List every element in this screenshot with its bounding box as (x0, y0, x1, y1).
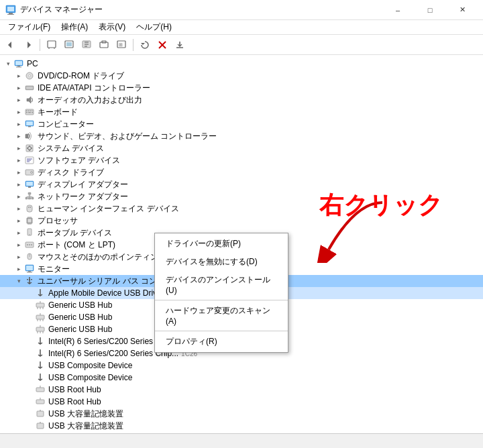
tree-item-usb-root-2-label: USB Root Hub (48, 397, 101, 406)
toolbar-btn-5[interactable] (78, 37, 95, 53)
svg-rect-28 (16, 67, 21, 68)
display-icon (24, 179, 35, 190)
tree-item-usb-storage-1-label: USB 大容量記憶装置 (48, 408, 123, 420)
svg-point-80 (29, 234, 30, 235)
tree-item-ide[interactable]: ▸ IDE ATA/ATAPI コントローラー (0, 82, 483, 94)
tree-item-keyboard[interactable]: ▸ キーボード (0, 106, 483, 118)
svg-rect-72 (28, 219, 32, 223)
tree-item-usb-hub-1-label: Generic USB Hub (48, 300, 112, 310)
window-title: デバイス マネージャー (20, 4, 103, 15)
tree-item-disk[interactable]: ▸ ディスク ドライブ (0, 166, 483, 178)
maximize-button[interactable]: □ (415, 0, 445, 20)
network-icon (24, 191, 35, 202)
ctx-update-driver[interactable]: ドライバーの更新(P) (155, 235, 288, 253)
toolbar-btn-3[interactable] (44, 37, 60, 53)
ctx-scan-hardware-label: ハードウェア変更のスキャン(A) (166, 305, 277, 326)
menu-file[interactable]: ファイル(F) (3, 20, 56, 34)
system-icon (24, 143, 35, 154)
tree-item-hid[interactable]: ▸ ヒューマン インターフェイス デバイス (0, 203, 483, 215)
download-button[interactable] (172, 37, 188, 53)
tree-item-audio[interactable]: ▸ オーディオの入力および出力 (0, 94, 483, 106)
ctx-disable-device[interactable]: デバイスを無効にする(D) (155, 253, 288, 271)
tree-item-pc[interactable]: ▾ PC (0, 58, 483, 70)
close-button[interactable]: ✕ (447, 0, 478, 20)
svg-text:⊞: ⊞ (119, 42, 123, 47)
svg-point-84 (31, 244, 32, 245)
svg-rect-94 (36, 303, 44, 307)
tree-item-apple-usb-label: Apple Mobile Device USB Driver (48, 288, 164, 298)
svg-rect-69 (28, 207, 30, 208)
tree-item-computer[interactable]: ▸ コンピューター (0, 118, 483, 130)
svg-rect-39 (26, 112, 28, 113)
svg-rect-68 (27, 205, 32, 212)
tree-item-usb-root-1[interactable]: USB Root Hub (0, 384, 483, 396)
delete-button[interactable] (154, 37, 170, 53)
window-controls: – □ ✕ (382, 0, 478, 20)
toolbar-btn-6[interactable] (96, 37, 112, 53)
expand-computer: ▸ (13, 119, 24, 129)
menu-help[interactable]: ヘルプ(H) (131, 20, 177, 34)
svg-rect-97 (36, 388, 44, 392)
tree-item-usb-composite-2[interactable]: USB Composite Device (0, 372, 483, 384)
tree-item-usb-storage-2[interactable]: USB 大容量記憶装置 (0, 420, 483, 432)
tree-item-usb-storage-1[interactable]: USB 大容量記憶装置 (0, 408, 483, 420)
tree-item-usb-root-2[interactable]: USB Root Hub (0, 396, 483, 408)
toolbar-btn-4[interactable] (61, 37, 77, 53)
usb-composite-2-icon (35, 372, 46, 383)
minimize-button[interactable]: – (382, 0, 413, 20)
tree-item-usb-composite-1[interactable]: USB Composite Device (0, 359, 483, 372)
tree-item-dvd[interactable]: ▸ DVD/CD-ROM ドライブ (0, 70, 483, 82)
cpu-icon (24, 215, 35, 226)
menu-view[interactable]: 表示(V) (93, 20, 131, 34)
tree-item-printer[interactable]: ▸ 印刷キュー (0, 432, 483, 433)
svg-marker-19 (141, 43, 145, 45)
svg-rect-95 (36, 315, 44, 319)
svg-rect-99 (37, 411, 44, 416)
ctx-uninstall-device[interactable]: デバイスのアンインストール(U) (155, 271, 288, 298)
tree-item-network[interactable]: ▸ ネットワーク アダプター (0, 190, 483, 203)
svg-rect-3 (7, 14, 14, 15)
svg-rect-88 (26, 266, 33, 270)
svg-rect-26 (15, 61, 22, 65)
forward-button[interactable] (20, 37, 36, 53)
svg-line-66 (27, 196, 30, 197)
ctx-properties[interactable]: プロパティ(R) (155, 333, 288, 351)
usb-composite-1-icon (35, 360, 46, 371)
keyboard-icon (24, 107, 35, 117)
svg-line-67 (30, 196, 33, 197)
tree-item-usb-composite-2-label: USB Composite Device (48, 373, 132, 382)
back-button[interactable] (3, 37, 19, 53)
svg-rect-32 (26, 87, 33, 89)
title-bar-left: デバイス マネージャー (5, 4, 103, 15)
svg-rect-35 (26, 111, 28, 112)
ctx-update-driver-label: ドライバーの更新(P) (166, 238, 241, 249)
context-menu: ドライバーの更新(P) デバイスを無効にする(D) デバイスのアンインストール(… (154, 233, 288, 353)
disk-icon (24, 167, 35, 178)
menu-action[interactable]: 操作(A) (56, 20, 93, 34)
expand-usb-composite-2 (24, 372, 35, 383)
tree-item-usb-root-1-label: USB Root Hub (48, 385, 101, 394)
usb-root-2-icon (35, 396, 46, 407)
usb-controller-icon (24, 276, 35, 286)
tree-item-software[interactable]: ▸ ソフトウェア デバイス (0, 154, 483, 166)
svg-rect-60 (28, 186, 31, 188)
computer-icon (24, 119, 35, 129)
tree-item-cpu[interactable]: ▸ プロセッサ (0, 215, 483, 227)
portable-icon (24, 227, 35, 238)
svg-point-30 (29, 75, 31, 77)
audio-icon (24, 95, 35, 105)
ctx-scan-hardware[interactable]: ハードウェア変更のスキャン(A) (155, 302, 288, 329)
svg-point-91 (29, 279, 30, 280)
expand-usb-controller: ▾ (13, 276, 24, 286)
refresh-button[interactable] (137, 37, 153, 53)
svg-marker-4 (8, 42, 11, 48)
tree-item-sound[interactable]: ▸ サウンド、ビデオ、およびゲーム コントローラー (0, 130, 483, 142)
intel-2-icon (35, 348, 46, 359)
svg-rect-1 (7, 7, 14, 11)
expand-disk: ▸ (13, 167, 24, 178)
tree-item-keyboard-label: キーボード (38, 107, 78, 118)
tree-item-system[interactable]: ▸ システム デバイス (0, 142, 483, 154)
svg-rect-90 (27, 272, 32, 273)
toolbar-btn-7[interactable]: ⊞ (113, 37, 129, 53)
tree-item-display[interactable]: ▸ ディスプレイ アダプター (0, 178, 483, 190)
